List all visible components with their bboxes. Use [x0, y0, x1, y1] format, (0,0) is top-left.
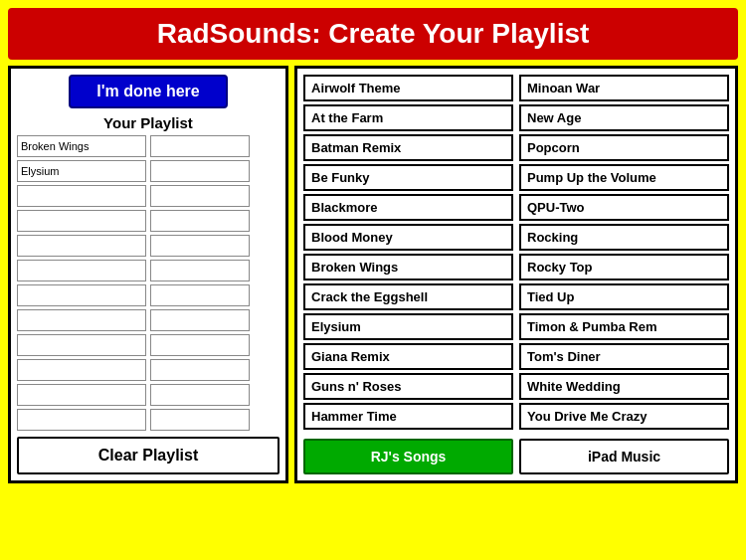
- left-songs-column: Airwolf ThemeAt the FarmBatman RemixBe F…: [303, 75, 513, 433]
- playlist-song-cell[interactable]: [17, 210, 146, 232]
- playlist-row: [17, 409, 280, 431]
- playlist-song-cell[interactable]: [17, 284, 146, 306]
- song-button[interactable]: Blackmore: [303, 194, 513, 221]
- right-songs-column: Minoan WarNew AgePopcornPump Up the Volu…: [519, 75, 729, 433]
- main-content: I'm done here Your Playlist Clear Playli…: [8, 66, 738, 483]
- playlist-song-cell[interactable]: [17, 160, 146, 182]
- right-panel: Airwolf ThemeAt the FarmBatman RemixBe F…: [294, 66, 738, 483]
- song-button[interactable]: QPU-Two: [519, 194, 729, 221]
- playlist-song-cell[interactable]: [17, 309, 146, 331]
- playlist-extra-cell[interactable]: [150, 409, 250, 431]
- playlist-extra-cell[interactable]: [150, 309, 250, 331]
- song-button[interactable]: Minoan War: [519, 75, 729, 101]
- playlist-row: [17, 135, 280, 157]
- playlist-row: [17, 284, 280, 306]
- song-button[interactable]: Broken Wings: [303, 254, 513, 280]
- song-button[interactable]: Pump Up the Volume: [519, 164, 729, 191]
- playlist-extra-cell[interactable]: [150, 384, 250, 406]
- song-button[interactable]: Hammer Time: [303, 403, 513, 430]
- ipad-music-button[interactable]: iPad Music: [519, 439, 729, 474]
- song-button[interactable]: Rocky Top: [519, 254, 729, 280]
- bottom-buttons: RJ's Songs iPad Music: [303, 439, 729, 474]
- song-button[interactable]: Airwolf Theme: [303, 75, 513, 101]
- playlist-song-cell[interactable]: [17, 359, 146, 381]
- playlist-song-cell[interactable]: [17, 384, 146, 406]
- song-button[interactable]: You Drive Me Crazy: [519, 403, 729, 430]
- songs-grid: Airwolf ThemeAt the FarmBatman RemixBe F…: [303, 75, 729, 433]
- song-button[interactable]: Blood Money: [303, 224, 513, 251]
- page-title: RadSounds: Create Your Playlist: [8, 18, 738, 50]
- left-panel: I'm done here Your Playlist Clear Playli…: [8, 66, 288, 483]
- playlist-row: [17, 359, 280, 381]
- playlist-extra-cell[interactable]: [150, 210, 250, 232]
- playlist-song-cell[interactable]: [17, 135, 146, 157]
- song-button[interactable]: White Wedding: [519, 373, 729, 400]
- rj-songs-button[interactable]: RJ's Songs: [303, 439, 513, 474]
- playlist-row: [17, 309, 280, 331]
- song-button[interactable]: Rocking: [519, 224, 729, 251]
- playlist-rows: [17, 135, 280, 431]
- playlist-row: [17, 235, 280, 257]
- playlist-extra-cell[interactable]: [150, 359, 250, 381]
- song-button[interactable]: Crack the Eggshell: [303, 283, 513, 310]
- playlist-extra-cell[interactable]: [150, 284, 250, 306]
- playlist-row: [17, 210, 280, 232]
- playlist-song-cell[interactable]: [17, 185, 146, 207]
- playlist-song-cell[interactable]: [17, 235, 146, 257]
- playlist-row: [17, 384, 280, 406]
- playlist-song-cell[interactable]: [17, 409, 146, 431]
- song-button[interactable]: Timon & Pumba Rem: [519, 313, 729, 340]
- playlist-extra-cell[interactable]: [150, 334, 250, 356]
- song-button[interactable]: Elysium: [303, 313, 513, 340]
- playlist-label: Your Playlist: [17, 114, 280, 131]
- playlist-extra-cell[interactable]: [150, 185, 250, 207]
- playlist-song-cell[interactable]: [17, 260, 146, 281]
- playlist-extra-cell[interactable]: [150, 235, 250, 257]
- song-button[interactable]: Tom's Diner: [519, 343, 729, 370]
- playlist-row: [17, 334, 280, 356]
- clear-playlist-button[interactable]: Clear Playlist: [17, 437, 280, 474]
- header-banner: RadSounds: Create Your Playlist: [8, 8, 738, 60]
- playlist-row: [17, 160, 280, 182]
- done-button[interactable]: I'm done here: [69, 75, 228, 108]
- song-button[interactable]: Giana Remix: [303, 343, 513, 370]
- song-button[interactable]: Batman Remix: [303, 134, 513, 161]
- song-button[interactable]: Popcorn: [519, 134, 729, 161]
- playlist-extra-cell[interactable]: [150, 160, 250, 182]
- playlist-extra-cell[interactable]: [150, 135, 250, 157]
- song-button[interactable]: Tied Up: [519, 283, 729, 310]
- playlist-row: [17, 260, 280, 281]
- song-button[interactable]: Guns n' Roses: [303, 373, 513, 400]
- song-button[interactable]: Be Funky: [303, 164, 513, 191]
- song-button[interactable]: New Age: [519, 104, 729, 131]
- playlist-row: [17, 185, 280, 207]
- song-button[interactable]: At the Farm: [303, 104, 513, 131]
- playlist-extra-cell[interactable]: [150, 260, 250, 281]
- playlist-song-cell[interactable]: [17, 334, 146, 356]
